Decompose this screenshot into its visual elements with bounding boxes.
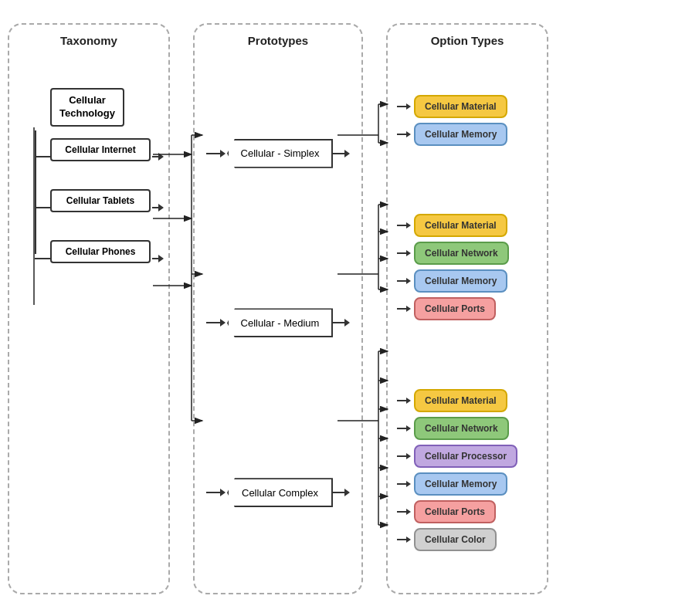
proto-complex: Cellular Complex [227, 478, 333, 507]
badge-ports-2: Cellular Ports [414, 297, 496, 320]
option-group-simplex: Cellular Material Cellular Memory [397, 95, 538, 146]
prototypes-title: Prototypes [195, 25, 361, 53]
taxonomy-title: Taxonomy [9, 25, 168, 53]
option-group-medium: Cellular Material Cellular Network Cellu… [397, 214, 538, 320]
badge-memory-3: Cellular Memory [414, 472, 507, 496]
badge-network-3: Cellular Network [414, 417, 509, 440]
badge-color-3: Cellular Color [414, 528, 497, 551]
prototypes-panel: Prototypes Cellular - Simplex Cellular -… [193, 23, 363, 594]
badge-memory-1: Cellular Memory [414, 123, 507, 146]
badge-material-3: Cellular Material [414, 389, 507, 412]
main-container: Taxonomy CellularTechnology Cellular Int… [0, 0, 675, 616]
badge-network-2: Cellular Network [414, 242, 509, 265]
tax-row-phones: Cellular Phones [35, 240, 164, 277]
root-node: CellularTechnology [50, 88, 124, 127]
proto-medium: Cellular - Medium [227, 308, 333, 337]
badge-material-1: Cellular Material [414, 95, 507, 118]
tax-phones: Cellular Phones [50, 240, 151, 263]
tax-internet: Cellular Internet [50, 138, 151, 161]
tax-row-internet: Cellular Internet [35, 138, 164, 175]
taxonomy-panel: Taxonomy CellularTechnology Cellular Int… [8, 23, 170, 594]
option-group-complex: Cellular Material Cellular Network Cellu… [397, 389, 538, 551]
proto-simplex: Cellular - Simplex [227, 139, 333, 168]
badge-ports-3: Cellular Ports [414, 500, 496, 523]
badge-material-2: Cellular Material [414, 214, 507, 237]
options-title: Option Types [388, 25, 547, 53]
options-panel: Option Types Cellular Material Cellular … [386, 23, 548, 594]
badge-memory-2: Cellular Memory [414, 269, 507, 293]
badge-processor-3: Cellular Processor [414, 445, 517, 468]
tax-row-tablets: Cellular Tablets [35, 189, 164, 226]
tax-tablets: Cellular Tablets [50, 189, 151, 212]
